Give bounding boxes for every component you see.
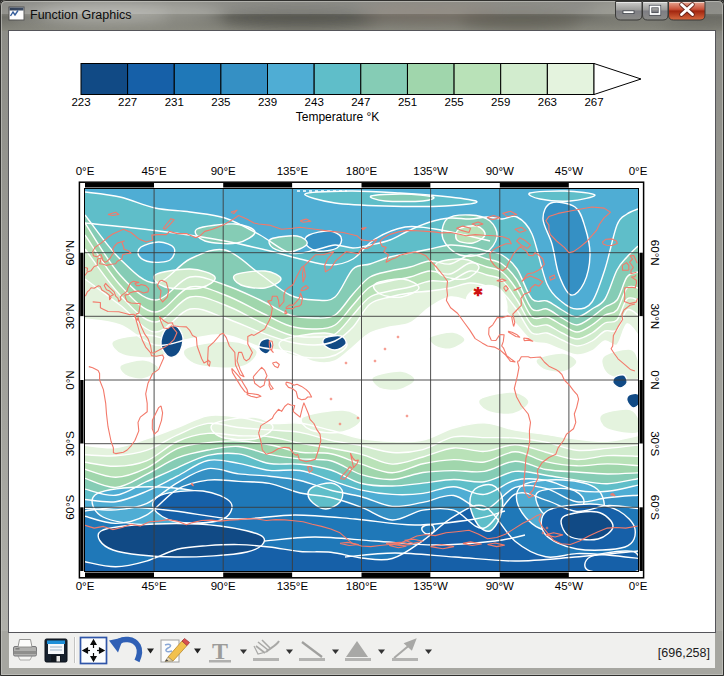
svg-text:45°E: 45°E: [142, 580, 167, 592]
svg-text:135°W: 135°W: [413, 165, 448, 177]
svg-text:180°E: 180°E: [346, 580, 378, 592]
svg-text:180°E: 180°E: [346, 165, 378, 177]
svg-text:Function Graphics: Function Graphics: [30, 8, 131, 22]
svg-text:235: 235: [211, 96, 230, 108]
svg-text:30°S: 30°S: [649, 431, 661, 456]
svg-text:45°W: 45°W: [555, 165, 583, 177]
svg-text:60°S: 60°S: [64, 494, 76, 519]
svg-text:0°E: 0°E: [629, 165, 648, 177]
svg-text:259: 259: [491, 96, 510, 108]
svg-text:263: 263: [538, 96, 557, 108]
svg-text:90°E: 90°E: [211, 580, 236, 592]
svg-text:30°N: 30°N: [64, 303, 76, 329]
svg-text:90°W: 90°W: [486, 165, 514, 177]
svg-text:[696,258]: [696,258]: [658, 646, 710, 660]
svg-text:Temperature °K: Temperature °K: [296, 110, 380, 124]
svg-text:227: 227: [118, 96, 137, 108]
svg-text:0°E: 0°E: [76, 165, 95, 177]
svg-text:60°N: 60°N: [64, 240, 76, 266]
svg-text:0°E: 0°E: [629, 580, 648, 592]
svg-text:135°E: 135°E: [277, 580, 309, 592]
svg-text:135°E: 135°E: [277, 165, 309, 177]
svg-text:30°N: 30°N: [649, 303, 661, 329]
svg-text:45°E: 45°E: [142, 165, 167, 177]
svg-text:223: 223: [71, 96, 90, 108]
svg-text:135°W: 135°W: [413, 580, 448, 592]
svg-text:239: 239: [258, 96, 277, 108]
svg-text:90°W: 90°W: [486, 580, 514, 592]
svg-text:0°N: 0°N: [649, 370, 661, 389]
svg-text:60°S: 60°S: [649, 495, 661, 520]
svg-text:255: 255: [445, 96, 464, 108]
svg-text:231: 231: [165, 96, 184, 108]
svg-text:0°N: 0°N: [64, 370, 76, 389]
svg-text:251: 251: [398, 96, 417, 108]
svg-text:✱: ✱: [473, 285, 483, 299]
svg-text:247: 247: [351, 96, 370, 108]
svg-text:243: 243: [305, 96, 324, 108]
svg-text:0°E: 0°E: [76, 580, 95, 592]
svg-text:267: 267: [584, 96, 603, 108]
svg-text:45°W: 45°W: [555, 580, 583, 592]
svg-text:30°S: 30°S: [64, 431, 76, 456]
svg-text:60°N: 60°N: [649, 240, 661, 266]
svg-text:90°E: 90°E: [211, 165, 236, 177]
